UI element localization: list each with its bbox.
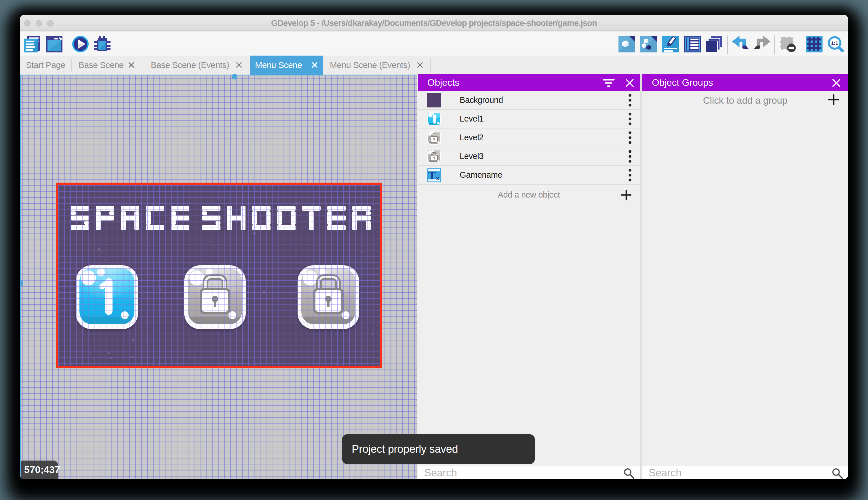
svg-text:x: x <box>436 174 439 182</box>
svg-text:1:1: 1:1 <box>831 41 838 46</box>
svg-text:T: T <box>429 169 436 181</box>
